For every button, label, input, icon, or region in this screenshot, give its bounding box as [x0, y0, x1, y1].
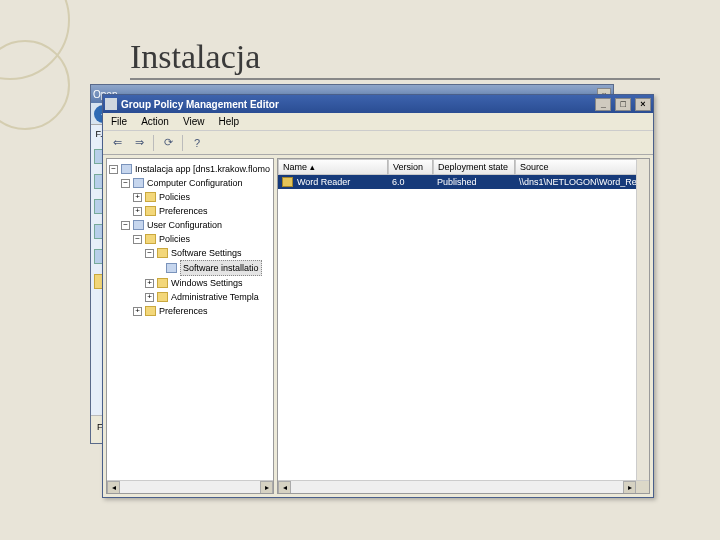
tree-item[interactable]: −Policies: [109, 232, 271, 246]
tree-label: Policies: [159, 232, 190, 246]
menu-file[interactable]: File: [111, 116, 127, 127]
help-icon: ?: [194, 137, 200, 149]
toolbar-separator: [182, 135, 183, 151]
gpme-title: Group Policy Management Editor: [121, 99, 279, 110]
cell-version: 6.0: [388, 177, 433, 187]
scroll-right-icon[interactable]: ▸: [623, 481, 636, 494]
tree-label: Administrative Templa: [171, 290, 259, 304]
column-label: Source: [520, 162, 549, 172]
close-button[interactable]: ×: [635, 98, 651, 111]
toolbar: ⇐ ⇒ ⟳ ?: [103, 131, 653, 155]
nav-back-button[interactable]: ⇐: [107, 134, 127, 152]
package-icon: [282, 177, 293, 187]
tree-label: Preferences: [159, 204, 208, 218]
nav-forward-button[interactable]: ⇒: [129, 134, 149, 152]
tree-label: Policies: [159, 190, 190, 204]
scroll-track[interactable]: [291, 481, 623, 493]
tree-item[interactable]: +Administrative Templa: [109, 290, 271, 304]
cell-name: Word Reader: [297, 177, 350, 187]
maximize-button[interactable]: □: [615, 98, 631, 111]
tree-item[interactable]: −Software Settings: [109, 246, 271, 260]
app-icon: [105, 98, 117, 110]
scroll-corner: [636, 481, 649, 494]
collapse-icon[interactable]: −: [145, 249, 154, 258]
gpme-window: Group Policy Management Editor _ □ × Fil…: [102, 94, 654, 498]
user-icon: [133, 220, 144, 230]
tree-item[interactable]: +Windows Settings: [109, 276, 271, 290]
refresh-button[interactable]: ⟳: [158, 134, 178, 152]
sort-asc-icon: ▴: [310, 162, 315, 172]
collapse-icon[interactable]: −: [133, 235, 142, 244]
folder-icon: [145, 306, 156, 316]
tree-label: User Configuration: [147, 218, 222, 232]
tree-item[interactable]: +Policies: [109, 190, 271, 204]
gpme-titlebar[interactable]: Group Policy Management Editor _ □ ×: [103, 95, 653, 113]
scroll-right-icon[interactable]: ▸: [260, 481, 273, 494]
column-deployment[interactable]: Deployment state: [433, 159, 515, 175]
menu-help[interactable]: Help: [218, 116, 239, 127]
minimize-button[interactable]: _: [595, 98, 611, 111]
folder-icon: [145, 206, 156, 216]
tree-h-scrollbar[interactable]: ◂ ▸: [107, 480, 273, 493]
help-button[interactable]: ?: [187, 134, 207, 152]
list-h-scrollbar[interactable]: ◂ ▸: [278, 480, 649, 493]
folder-icon: [157, 292, 168, 302]
column-source[interactable]: Source: [515, 159, 649, 175]
expand-icon[interactable]: +: [133, 207, 142, 216]
tree-label: Preferences: [159, 304, 208, 318]
expand-icon[interactable]: +: [133, 307, 142, 316]
arrow-left-icon: ⇐: [113, 136, 122, 149]
tree-label: Software installatio: [180, 260, 262, 276]
slide-title: Instalacja: [130, 38, 660, 80]
folder-icon: [145, 234, 156, 244]
tree-item[interactable]: +Preferences: [109, 304, 271, 318]
tree-pane: −Instalacja app [dns1.krakow.flomo −Comp…: [106, 158, 274, 494]
tree-root[interactable]: −Instalacja app [dns1.krakow.flomo: [109, 162, 271, 176]
tree-item[interactable]: −Computer Configuration: [109, 176, 271, 190]
tree-label: Computer Configuration: [147, 176, 243, 190]
tree-item[interactable]: −User Configuration: [109, 218, 271, 232]
tree-item[interactable]: +Preferences: [109, 204, 271, 218]
refresh-icon: ⟳: [164, 136, 173, 149]
folder-icon: [145, 192, 156, 202]
expand-icon[interactable]: +: [145, 293, 154, 302]
tree-label: Software Settings: [171, 246, 242, 260]
cell-source: \\dns1\NETLOGON\Word_Reader\pk...: [515, 177, 649, 187]
list-row-selected[interactable]: Word Reader 6.0 Published \\dns1\NETLOGO…: [278, 175, 649, 189]
tree-item-selected[interactable]: Software installatio: [109, 260, 271, 276]
column-label: Version: [393, 162, 423, 172]
list-pane: Name ▴ Version Deployment state Source W…: [277, 158, 650, 494]
column-version[interactable]: Version: [388, 159, 433, 175]
cell-deployment: Published: [433, 177, 515, 187]
expand-icon[interactable]: +: [145, 279, 154, 288]
menu-view[interactable]: View: [183, 116, 205, 127]
scroll-left-icon[interactable]: ◂: [278, 481, 291, 494]
column-label: Deployment state: [438, 162, 508, 172]
menubar: File Action View Help: [103, 113, 653, 131]
column-label: Name: [283, 162, 307, 172]
collapse-icon[interactable]: −: [109, 165, 118, 174]
scroll-left-icon[interactable]: ◂: [107, 481, 120, 494]
tree-label: Instalacja app [dns1.krakow.flomo: [135, 162, 270, 176]
computer-icon: [133, 178, 144, 188]
policy-icon: [121, 164, 132, 174]
collapse-icon[interactable]: −: [121, 179, 130, 188]
scroll-track[interactable]: [120, 481, 260, 493]
column-name[interactable]: Name ▴: [278, 159, 388, 175]
expand-icon[interactable]: +: [133, 193, 142, 202]
list-v-scrollbar[interactable]: [636, 159, 649, 480]
folder-icon: [157, 248, 168, 258]
collapse-icon[interactable]: −: [121, 221, 130, 230]
menu-action[interactable]: Action: [141, 116, 169, 127]
arrow-right-icon: ⇒: [135, 136, 144, 149]
toolbar-separator: [153, 135, 154, 151]
folder-icon: [157, 278, 168, 288]
installer-icon: [166, 263, 177, 273]
tree-label: Windows Settings: [171, 276, 243, 290]
column-headers: Name ▴ Version Deployment state Source: [278, 159, 649, 175]
